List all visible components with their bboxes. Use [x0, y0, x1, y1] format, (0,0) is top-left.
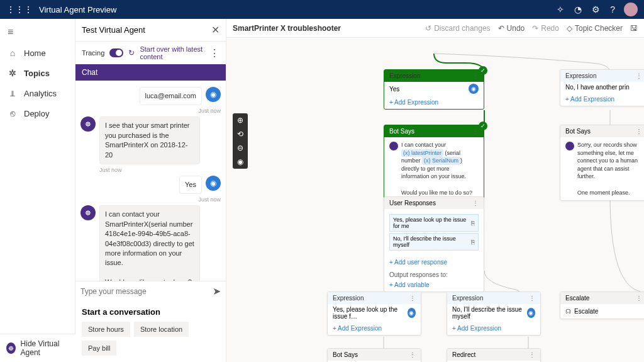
hamburger-icon[interactable]: ≡	[0, 24, 75, 43]
copy-icon[interactable]: ⎘	[471, 239, 475, 246]
user-mini-avatar-icon: ◉	[408, 308, 416, 318]
zoom-in-icon[interactable]: ⊕	[237, 116, 243, 125]
topics-icon: ✲	[8, 68, 18, 78]
add-expression[interactable]: Add Expression	[328, 322, 421, 335]
user-avatar-icon: ◉	[206, 87, 221, 102]
chip-store-hours[interactable]: Store hours	[82, 322, 130, 337]
check-icon: ✓	[479, 122, 487, 130]
undo-button[interactable]: ↶Undo	[498, 24, 525, 33]
node-menu-icon[interactable]: ⋮	[636, 128, 642, 135]
variable-chip: (x) latestPrinter	[401, 149, 443, 157]
timestamp: Just now	[80, 196, 221, 203]
top-bar: ⋮⋮⋮ Virtual Agent Preview ✧ ◔ ⚙ ?	[0, 0, 644, 19]
node-menu-icon[interactable]: ⋮	[472, 128, 479, 135]
chat-header: Chat	[75, 64, 226, 81]
chat-panel-title: Test Virtual Agent	[82, 25, 211, 35]
node-menu-icon[interactable]: ⋮	[409, 295, 416, 302]
node-menu-icon[interactable]: ⋮	[409, 351, 416, 358]
gear-icon[interactable]: ⚙	[592, 4, 600, 14]
node-escalate[interactable]: Escalate⋮ ☊Escalate	[560, 291, 644, 319]
node-user-responses[interactable]: User Responses⋮ Yes, please look up the …	[384, 196, 484, 292]
start-conversation-title: Start a conversation	[82, 307, 219, 317]
node-redirect[interactable]: Redirect⋮ ☊Printer - Printer is not prin…	[447, 348, 541, 362]
node-expression-yes[interactable]: ✓ Expression⋮ Yes◉ Add Expression	[384, 69, 484, 110]
node-menu-icon[interactable]: ⋮	[529, 351, 535, 358]
bot-msg-1: I see that your smart printer you purcha…	[99, 116, 200, 164]
node-bot-says-contact[interactable]: ✓ Bot Says⋮ I can contact your (x) lates…	[384, 125, 484, 201]
bot-msg-2: I can contact your SmartPrinterX(serial …	[99, 205, 200, 281]
discard-button[interactable]: ↺Discard changes	[425, 24, 490, 33]
home-icon: ⌂	[8, 48, 18, 58]
copy-icon[interactable]: ⎘	[471, 220, 475, 227]
nav-deploy[interactable]: ⎋Deploy	[0, 103, 75, 123]
topic-checker-button[interactable]: ◇Topic Checker	[567, 24, 623, 33]
node-expression-no[interactable]: Expression⋮ No, I have another prin Add …	[560, 69, 644, 106]
add-expression[interactable]: Add Expression	[560, 93, 644, 106]
timestamp: Just now	[99, 167, 221, 173]
canvas-toolbar: SmartPrinter X troubleshooter ↺Discard c…	[226, 19, 644, 38]
deploy-icon: ⎋	[8, 108, 18, 118]
nav-analytics[interactable]: ⫫Analytics	[0, 83, 75, 103]
hide-virtual-agent-button[interactable]: ☸ Hide Virtual Agent	[0, 334, 75, 362]
bell-icon[interactable]: ◔	[574, 4, 582, 14]
output-label: Output responses to:	[384, 269, 484, 278]
user-mini-avatar-icon: ◉	[469, 84, 479, 94]
chat-input[interactable]	[80, 287, 213, 296]
zoom-out-icon[interactable]: ⊖	[237, 144, 243, 152]
node-expression-describe[interactable]: Expression⋮ No, I'll describe the issue …	[447, 291, 541, 336]
sidebar: ≡ ⌂Home ✲Topics ⫫Analytics ⎋Deploy	[0, 19, 75, 362]
node-menu-icon[interactable]: ⋮	[529, 295, 535, 302]
node-bot-says-contacting[interactable]: Bot Says⋮ Ok, I am contacting the printe…	[327, 348, 421, 362]
user-msg-yes: Yes	[179, 176, 202, 194]
variable-chip: (x) SerialNum	[422, 157, 460, 165]
waffle-icon[interactable]: ⋮⋮⋮	[6, 4, 33, 14]
send-icon[interactable]: ➤	[213, 285, 221, 297]
avatar[interactable]	[624, 3, 638, 16]
app-title: Virtual Agent Preview	[39, 5, 116, 14]
chat-body: luca@email.com◉ Just now ☸I see that you…	[75, 81, 226, 281]
nav-home[interactable]: ⌂Home	[0, 43, 75, 63]
bot-avatar-icon: ☸	[80, 205, 96, 220]
topic-title: SmartPrinter X troubleshooter	[233, 24, 341, 33]
help-icon[interactable]: ?	[610, 4, 615, 14]
bot-circle-icon: ☸	[6, 342, 16, 354]
save-icon[interactable]: 🖫	[630, 24, 638, 33]
redo-button[interactable]: ↷Redo	[532, 24, 559, 33]
zoom-toolbar: ⊕ ⟲ ⊖ ◉	[233, 113, 248, 169]
user-response-option[interactable]: Yes, please look up the issue for me⎘	[389, 214, 479, 232]
zoom-reset-icon[interactable]: ⟲	[237, 130, 243, 139]
node-menu-icon[interactable]: ⋮	[636, 295, 642, 302]
chip-store-location[interactable]: Store location	[134, 322, 189, 337]
node-expression-lookup[interactable]: Expression⋮ Yes, please look up the issu…	[327, 291, 421, 336]
node-bot-says-sorry[interactable]: Bot Says⋮ Sorry, our records show someth…	[560, 125, 644, 201]
nav-topics[interactable]: ✲Topics	[0, 63, 75, 83]
node-menu-icon[interactable]: ⋮	[472, 200, 479, 206]
canvas[interactable]: ✓ Expression⋮ Yes◉ Add Expression Expres…	[226, 38, 644, 362]
restart-link[interactable]: Start over with latest content	[140, 45, 204, 60]
refresh-icon[interactable]: ↻	[128, 48, 135, 57]
bot-icon[interactable]: ✧	[557, 4, 564, 14]
tracing-toggle[interactable]	[109, 48, 123, 57]
undo-icon: ↶	[498, 24, 504, 33]
user-avatar-icon: ◉	[206, 176, 221, 191]
add-expression[interactable]: Add Expression	[447, 322, 540, 335]
escalate-icon: ☊	[565, 308, 571, 315]
checker-icon: ◇	[567, 24, 572, 33]
user-mini-avatar-icon: ◉	[527, 308, 535, 318]
node-menu-icon[interactable]: ⋮	[636, 72, 642, 79]
node-menu-icon[interactable]: ⋮	[472, 72, 479, 79]
bot-avatar-icon: ☸	[80, 116, 96, 132]
chat-panel: Test Virtual Agent ✕ Tracing ↻ Start ove…	[75, 19, 226, 362]
zoom-fit-icon[interactable]: ◉	[237, 157, 243, 166]
add-variable[interactable]: Add variable	[384, 278, 484, 291]
user-msg-email: luca@email.com	[140, 87, 202, 105]
chip-pay-bill[interactable]: Pay bill	[82, 341, 116, 356]
redo-icon: ↷	[532, 24, 538, 33]
more-icon[interactable]: ⋮	[209, 47, 219, 59]
timestamp: Just now	[80, 108, 221, 114]
discard-icon: ↺	[425, 24, 431, 33]
add-user-response[interactable]: Add user response	[384, 256, 484, 269]
close-icon[interactable]: ✕	[211, 24, 219, 36]
user-response-option[interactable]: No, I'll describe the issue myself⎘	[389, 233, 479, 251]
add-expression[interactable]: Add Expression	[384, 96, 484, 109]
